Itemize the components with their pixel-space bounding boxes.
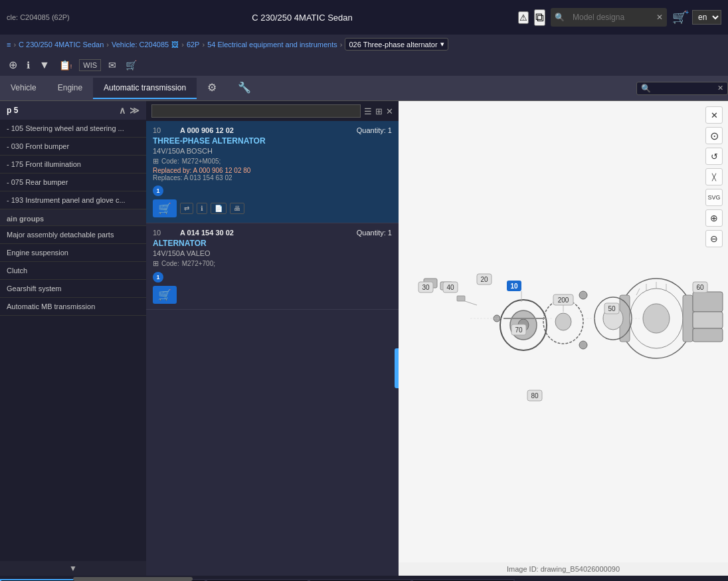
image-caption: Image ID: drawing_B54026000090 — [399, 562, 728, 576]
part-item-1-header: 10 A 000 906 12 02 Quantity: 1 — [153, 126, 392, 134]
mail-btn[interactable]: ✉ — [106, 58, 118, 72]
tab-search-clear[interactable]: ✕ — [717, 84, 723, 92]
zoom-in-btn[interactable]: ⊕ — [7, 57, 19, 73]
history-btn[interactable]: ↺ — [705, 148, 723, 165]
sidebar-scroll-down[interactable]: ▼ — [0, 561, 146, 576]
breadcrumb-dropdown[interactable]: 026 Three-phase alternator ▾ — [345, 38, 448, 51]
language-select[interactable]: en de — [692, 10, 721, 25]
part-1-doc[interactable]: 📄 — [211, 203, 227, 214]
sidebar-item-gearshift[interactable]: Gearshift system — [0, 280, 146, 298]
part-1-code-line: ⊞ Code: M272+M005; — [153, 157, 392, 166]
part-1-desc: 14V/150A BOSCH — [153, 147, 392, 155]
sidebar-item-front-bumper[interactable]: - 030 Front bumper — [0, 138, 146, 156]
sidebar-item-auto-mb[interactable]: Automatic MB transmission — [0, 298, 146, 316]
tab-search-input[interactable] — [651, 84, 717, 92]
tab-engine[interactable]: Engine — [47, 78, 93, 99]
breadcrumb-model[interactable]: C 230/250 4MATIC Sedan — [19, 41, 104, 49]
sidebar-item-clutch[interactable]: Clutch — [0, 262, 146, 280]
sidebar-item-instrument-panel[interactable]: - 193 Instrument panel and glove c... — [0, 191, 146, 209]
tab-vehicle[interactable]: Vehicle — [0, 78, 47, 99]
parts-list-icon[interactable]: ☰ — [364, 106, 372, 116]
tab-bar: Vehicle Engine Automatic transmission ⚙ … — [0, 76, 728, 101]
part-1-add-cart[interactable]: 🛒 — [153, 199, 177, 217]
search-icon: 🔍 — [555, 13, 565, 22]
sidebar-item-engine-suspension[interactable]: Engine suspension — [0, 244, 146, 262]
part-2-code-icon: ⊞ — [153, 259, 159, 268]
tab-automatic-transmission[interactable]: Automatic transmission — [93, 78, 197, 99]
sidebar-title: p 5 — [7, 106, 18, 115]
svg-rect-13 — [693, 312, 723, 328]
main-content: p 5 ∧ ≫ - 105 Steering wheel and steerin… — [0, 101, 728, 576]
parts-close-icon[interactable]: ✕ — [386, 106, 393, 116]
svg-point-18 — [579, 341, 587, 349]
parts-list: 10 A 000 906 12 02 Quantity: 1 THREE-PHA… — [146, 121, 399, 576]
part-item-1[interactable]: 10 A 000 906 12 02 Quantity: 1 THREE-PHA… — [146, 121, 399, 223]
sidebar-menu-icon[interactable]: ≫ — [130, 105, 139, 116]
cart-button[interactable]: 🛒+ — [672, 10, 687, 25]
part-1-code-icon: ⊞ — [153, 157, 159, 166]
part-2-pos: 10 — [153, 229, 169, 237]
part-1-badge: 1 — [153, 185, 163, 196]
close-panel-btn[interactable]: ✕ — [705, 106, 723, 124]
thumb-bar: Three-phase alternator ✎ 030 Battery, st… — [0, 576, 728, 581]
tab-icon1[interactable]: ⚙ — [197, 76, 227, 100]
filter-btn[interactable]: ▼ — [37, 57, 52, 73]
svg-btn[interactable]: SVG — [705, 189, 723, 206]
svg-rect-50 — [457, 296, 465, 301]
breadcrumb-vehicle[interactable]: Vehicle: C204085 — [112, 41, 169, 49]
svg-text:60: 60 — [696, 284, 704, 291]
clipboard-btn[interactable]: 📋! — [57, 58, 74, 72]
part-1-actions: 🛒 ⇄ ℹ 📄 🖶 — [153, 199, 392, 217]
sidebar-item-front-illumination[interactable]: - 175 Front illumination — [0, 156, 146, 174]
svg-point-17 — [579, 291, 587, 299]
wis-btn[interactable]: WIS — [79, 59, 101, 71]
parts-search-input[interactable] — [151, 104, 361, 118]
warning-icon[interactable]: ⚠ — [518, 11, 529, 24]
model-search-input[interactable] — [567, 9, 654, 25]
part-item-2[interactable]: 10 A 014 154 30 02 Quantity: 1 ALTERNATO… — [146, 223, 399, 310]
svg-text:50: 50 — [608, 305, 616, 312]
collapse-icon[interactable]: ∧ — [119, 105, 126, 116]
sidebar-item-rear-bumper[interactable]: - 075 Rear bumper — [0, 174, 146, 191]
part-1-print[interactable]: 🖶 — [230, 203, 244, 214]
sidebar-header-icons: ∧ ≫ — [119, 105, 139, 116]
vehicle-id: cle: C204085 (62P) — [7, 13, 86, 21]
zoom-out-img[interactable]: ⊖ — [705, 230, 723, 247]
svg-text:40: 40 — [446, 284, 454, 291]
tab-search-icon: 🔍 — [641, 84, 651, 93]
img-tool3[interactable]: ╳ — [705, 168, 723, 185]
breadcrumb-category[interactable]: 54 Electrical equipment and instruments — [207, 41, 337, 49]
part-1-replaced: Replaced by: A 000 906 12 02 80 — [153, 167, 392, 174]
part-2-add-cart[interactable]: 🛒 — [153, 286, 177, 304]
model-title: C 230/250 4MATIC Sedan — [93, 13, 511, 23]
zoom-in-img[interactable]: ⊕ — [705, 209, 723, 227]
part-2-code: A 014 154 30 02 — [180, 229, 346, 237]
cart-toolbar-btn[interactable]: 🛒 — [124, 58, 139, 72]
search-clear-btn[interactable]: ✕ — [656, 13, 663, 22]
breadcrumb-dropdown-arrow: ▾ — [440, 40, 444, 49]
top-icons: ⚠ ⧉ 🔍 ✕ 🛒+ en de — [518, 8, 721, 27]
svg-rect-4 — [683, 295, 693, 342]
part-2-badge: 1 — [153, 272, 163, 283]
svg-text:20: 20 — [480, 276, 488, 283]
breadcrumb-root[interactable]: ≡ — [7, 41, 11, 49]
part-1-compare[interactable]: ⇄ — [180, 203, 193, 214]
breadcrumb-current: 026 Three-phase alternator — [349, 41, 437, 49]
image-area: 10 20 30 40 50 60 70 80 200 — [399, 101, 728, 562]
copy-icon[interactable]: ⧉ — [534, 9, 545, 26]
breadcrumb-bar: ≡ › C 230/250 4MATIC Sedan › Vehicle: C2… — [0, 35, 728, 54]
parts-list-container: 10 A 000 906 12 02 Quantity: 1 THREE-PHA… — [146, 121, 399, 576]
breadcrumb-code[interactable]: 62P — [187, 41, 200, 49]
parts-panel: ☰ ⊞ ✕ 10 A 000 906 12 02 Quantity: 1 THR… — [146, 101, 399, 576]
svg-rect-14 — [693, 328, 723, 342]
part-1-pos: 10 — [153, 126, 169, 134]
part-1-info[interactable]: ℹ — [197, 203, 207, 214]
tab-icon2[interactable]: 🔧 — [227, 76, 262, 100]
parts-grid-icon[interactable]: ⊞ — [375, 106, 383, 116]
thumb-scrollbar[interactable] — [73, 577, 193, 581]
sidebar-item-major-assembly[interactable]: Major assembly detachable parts — [0, 226, 146, 244]
sidebar-item-steering[interactable]: - 105 Steering wheel and steering ... — [0, 120, 146, 138]
info-btn[interactable]: ℹ — [25, 58, 32, 72]
zoom-circle-btn[interactable]: ⊙ — [705, 127, 723, 144]
svg-line-45 — [636, 289, 640, 295]
